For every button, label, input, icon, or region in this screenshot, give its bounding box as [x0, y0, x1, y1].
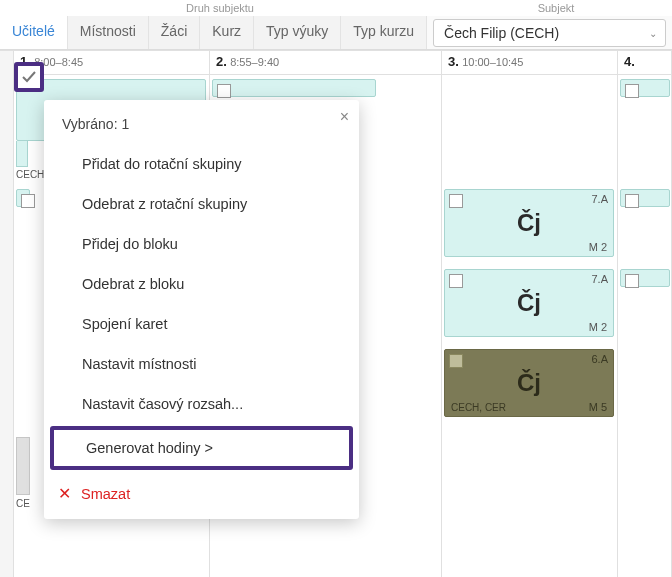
menu-item-add-rotation[interactable]: Přidat do rotační skupiny	[44, 144, 359, 184]
close-icon[interactable]: ×	[340, 108, 349, 126]
header-labels: Druh subjektu Subjekt	[0, 0, 672, 16]
card-checkbox[interactable]	[449, 354, 463, 368]
lesson-card[interactable]: 7.A Čj M 2	[444, 269, 614, 337]
teacher-label-2: CE	[16, 498, 30, 509]
label-subject: Subjekt	[440, 2, 672, 14]
left-gutter	[0, 51, 14, 577]
lesson-card[interactable]	[16, 189, 30, 207]
room-label: M 2	[589, 321, 607, 333]
tab-rooms[interactable]: Místnosti	[68, 16, 149, 49]
lesson-card[interactable]	[212, 79, 376, 97]
context-menu-title: Vybráno: 1	[44, 110, 359, 144]
class-label: 6.A	[591, 353, 608, 365]
column-header-4: 4.	[618, 51, 671, 75]
col-num: 4.	[624, 54, 635, 69]
card-checkbox[interactable]	[625, 274, 639, 288]
chevron-down-icon: ⌄	[649, 28, 657, 39]
subject-label: Čj	[517, 369, 541, 397]
tab-teachers[interactable]: Učitelé	[0, 16, 68, 49]
card-checkbox[interactable]	[217, 84, 231, 98]
class-label: 7.A	[591, 193, 608, 205]
delete-label: Smazat	[81, 486, 130, 502]
menu-item-remove-block[interactable]: Odebrat z bloku	[44, 264, 359, 304]
col-time: 10:00–10:45	[462, 56, 523, 68]
column-header-3: 3. 10:00–10:45	[442, 51, 617, 75]
tab-lesson-type[interactable]: Typ výuky	[254, 16, 341, 49]
teacher-label: CECH, CER	[451, 402, 506, 413]
card-checkbox[interactable]	[21, 194, 35, 208]
menu-item-set-rooms[interactable]: Nastavit místnosti	[44, 344, 359, 384]
card-checkbox[interactable]	[449, 274, 463, 288]
room-label: M 5	[589, 401, 607, 413]
subject-select-value: Čech Filip (CECH)	[444, 25, 559, 41]
col-num: 2.	[216, 54, 227, 69]
menu-item-add-block[interactable]: Přidej do bloku	[44, 224, 359, 264]
subject-label: Čj	[517, 289, 541, 317]
column-3: 3. 10:00–10:45 7.A Čj M 2 7.A Čj M 2 6.A…	[442, 51, 618, 577]
menu-item-remove-rotation[interactable]: Odebrat z rotační skupiny	[44, 184, 359, 224]
card-checkbox[interactable]	[449, 194, 463, 208]
teacher-label: CECH	[16, 169, 44, 180]
menu-item-set-time-range[interactable]: Nastavit časový rozsah...	[44, 384, 359, 424]
room-label: M 2	[589, 241, 607, 253]
label-subject-type: Druh subjektu	[0, 2, 440, 14]
lesson-card[interactable]: 7.A Čj M 2	[444, 189, 614, 257]
col-time: 8:55–9:40	[230, 56, 279, 68]
subject-select[interactable]: Čech Filip (CECH) ⌄	[433, 19, 666, 47]
lesson-card[interactable]	[620, 79, 670, 97]
subject-select-wrap: Čech Filip (CECH) ⌄	[427, 16, 672, 49]
col-num: 3.	[448, 54, 459, 69]
check-icon	[21, 69, 37, 85]
tab-course-type[interactable]: Typ kurzu	[341, 16, 427, 49]
menu-item-merge-cards[interactable]: Spojení karet	[44, 304, 359, 344]
subject-label: Čj	[517, 209, 541, 237]
lesson-card[interactable]	[620, 189, 670, 207]
menu-item-delete[interactable]: ✕ Smazat	[44, 472, 359, 507]
lesson-card[interactable]: 6.A Čj M 5 CECH, CER	[444, 349, 614, 417]
card-fragment	[16, 141, 28, 167]
context-menu: × Vybráno: 1 Přidat do rotační skupiny O…	[44, 100, 359, 519]
lesson-card[interactable]	[620, 269, 670, 287]
toolbar: Učitelé Místnosti Žáci Kurz Typ výuky Ty…	[0, 16, 672, 50]
tab-course[interactable]: Kurz	[200, 16, 254, 49]
grey-card-fragment	[16, 437, 30, 495]
column-4: 4.	[618, 51, 672, 577]
card-checkbox[interactable]	[625, 194, 639, 208]
delete-x-icon: ✕	[58, 484, 71, 503]
card-checkbox[interactable]	[625, 84, 639, 98]
menu-item-generate-hours[interactable]: Generovat hodiny >	[50, 426, 353, 470]
class-label: 7.A	[591, 273, 608, 285]
tab-students[interactable]: Žáci	[149, 16, 200, 49]
column-header-2: 2. 8:55–9:40	[210, 51, 441, 75]
selected-card-checkbox[interactable]	[14, 62, 44, 92]
